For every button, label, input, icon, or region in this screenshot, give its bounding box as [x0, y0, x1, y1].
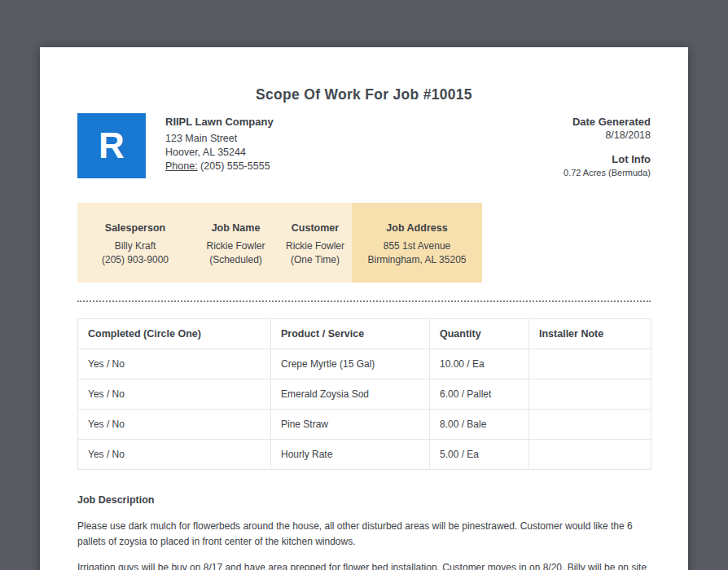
salesperson-label: Salesperson [77, 221, 193, 235]
job-address-label: Job Address [352, 221, 482, 235]
document-meta: Date Generated 8/18/2018 Lot Info 0.72 A… [564, 113, 651, 180]
date-generated-value: 8/18/2018 [564, 129, 651, 142]
job-name-column: Job Name Rickie Fowler (Scheduled) [193, 203, 278, 283]
table-row: Yes / No Hourly Rate 5.00 / Ea [78, 440, 651, 470]
salesperson-name: Billy Kraft [77, 239, 193, 253]
job-description-section: Job Description Please use dark mulch fo… [77, 494, 651, 570]
job-name-label: Job Name [193, 221, 278, 235]
customer-name: Rickie Fowler [278, 239, 352, 253]
completed-cell: Yes / No [78, 410, 271, 440]
installer-note-cell [529, 410, 651, 440]
product-cell: Emerald Zoysia Sod [271, 379, 430, 410]
table-header-row: Completed (Circle One) Product / Service… [78, 319, 651, 349]
completed-cell: Yes / No [78, 440, 271, 470]
product-cell: Hourly Rate [271, 440, 430, 470]
company-logo: R [77, 113, 146, 178]
job-status: (Scheduled) [193, 253, 278, 267]
job-summary-bar: Salesperson Billy Kraft (205) 903-9000 J… [77, 203, 482, 283]
page-title: Scope Of Work For Job #10015 [77, 86, 651, 103]
installer-note-cell [529, 379, 651, 410]
document-header: R RIIPL Lawn Company 123 Main Street Hoo… [77, 113, 651, 180]
table-row: Yes / No Crepe Myrtle (15 Gal) 10.00 / E… [78, 349, 651, 379]
company-address-line2: Hoover, AL 35244 [165, 146, 274, 160]
installer-note-cell [529, 440, 651, 470]
date-generated-label: Date Generated [564, 115, 651, 129]
customer-type: (One Time) [278, 253, 352, 267]
column-header-product: Product / Service [271, 319, 430, 349]
job-address-city: Birmingham, AL 35205 [352, 253, 482, 267]
column-header-installer-note: Installer Note [529, 319, 651, 349]
quantity-cell: 10.00 / Ea [430, 349, 529, 379]
company-phone: Phone: (205) 555-5555 [165, 160, 274, 173]
table-row: Yes / No Pine Straw 8.00 / Bale [78, 410, 651, 440]
phone-number: (205) 555-5555 [200, 160, 270, 172]
lot-info-value: 0.72 Acres (Bermuda) [564, 166, 651, 180]
salesperson-column: Salesperson Billy Kraft (205) 903-9000 [77, 203, 193, 283]
company-address-line1: 123 Main Street [165, 132, 274, 146]
company-info: RIIPL Lawn Company 123 Main Street Hoove… [165, 113, 274, 173]
job-description-paragraph: Please use dark mulch for flowerbeds aro… [77, 519, 651, 549]
work-items-table: Completed (Circle One) Product / Service… [77, 318, 651, 470]
company-logo-letter: R [99, 125, 125, 166]
column-header-completed: Completed (Circle One) [78, 319, 271, 349]
dotted-divider [77, 300, 651, 302]
quantity-cell: 5.00 / Ea [430, 440, 529, 470]
product-cell: Crepe Myrtle (15 Gal) [271, 349, 430, 379]
lot-info-group: Lot Info 0.72 Acres (Bermuda) [564, 152, 651, 180]
job-description-paragraph: Irrigation guys will be buy on 8/17 and … [77, 560, 651, 570]
completed-cell: Yes / No [78, 349, 271, 379]
job-description-heading: Job Description [77, 494, 651, 506]
quantity-cell: 6.00 / Pallet [430, 379, 529, 410]
date-generated-group: Date Generated 8/18/2018 [564, 115, 651, 142]
job-address-column: Job Address 855 1st Avenue Birmingham, A… [352, 203, 482, 283]
customer-label: Customer [278, 221, 352, 235]
installer-note-cell [529, 349, 651, 379]
customer-column: Customer Rickie Fowler (One Time) [278, 203, 352, 283]
salesperson-phone: (205) 903-9000 [77, 253, 193, 267]
table-row: Yes / No Emerald Zoysia Sod 6.00 / Palle… [78, 379, 651, 410]
completed-cell: Yes / No [78, 379, 271, 410]
document-page: Scope Of Work For Job #10015 R RIIPL Law… [40, 47, 688, 570]
lot-info-label: Lot Info [564, 152, 651, 166]
job-name-value: Rickie Fowler [193, 239, 278, 253]
quantity-cell: 8.00 / Bale [430, 410, 529, 440]
phone-label: Phone: [165, 160, 198, 172]
company-name: RIIPL Lawn Company [165, 115, 274, 129]
column-header-quantity: Quantity [430, 319, 529, 349]
product-cell: Pine Straw [271, 410, 430, 440]
job-address-street: 855 1st Avenue [352, 239, 482, 253]
